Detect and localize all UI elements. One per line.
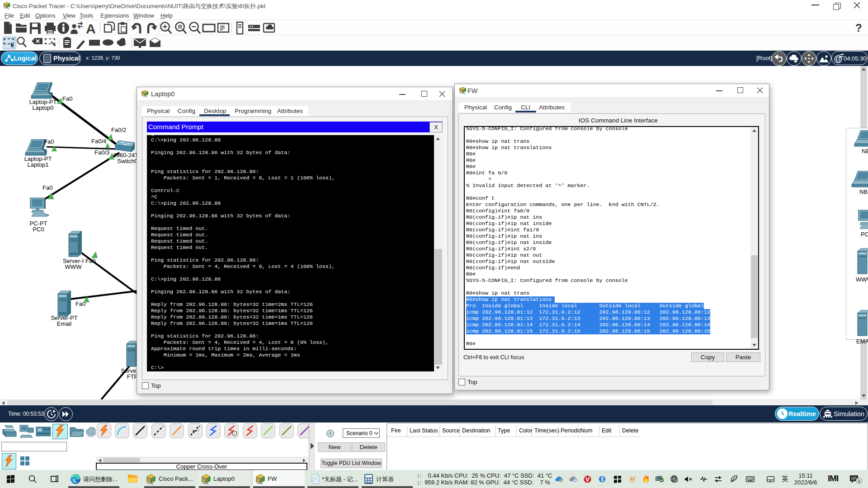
svg-text:A: A	[86, 21, 96, 35]
svg-text:?: ?	[855, 22, 862, 34]
svg-text:R: R	[178, 24, 182, 30]
svg-text:1: 1	[858, 479, 860, 483]
